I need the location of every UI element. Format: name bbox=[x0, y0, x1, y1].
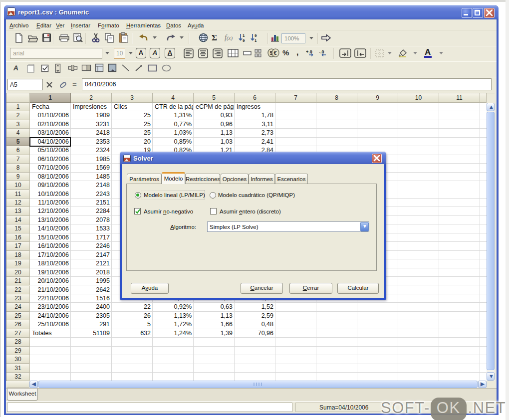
svg-text:1: 1 bbox=[243, 33, 245, 38]
svg-text:+.0: +.0 bbox=[306, 49, 312, 54]
svg-text:9: 9 bbox=[243, 38, 245, 42]
svg-text:1: 1 bbox=[254, 38, 257, 42]
svg-text:€: € bbox=[274, 50, 277, 56]
svg-text:9: 9 bbox=[254, 33, 257, 38]
